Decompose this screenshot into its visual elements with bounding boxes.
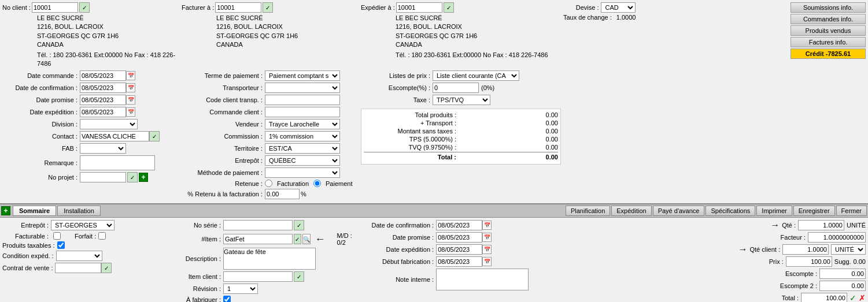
note-interne-input[interactable] bbox=[436, 269, 529, 290]
item-date-fabrication-calendar[interactable]: 📅 bbox=[482, 257, 492, 266]
commission-select[interactable]: 1% commission bbox=[265, 131, 340, 141]
credit-button[interactable]: Crédit -7825.61 bbox=[791, 49, 866, 59]
revision-select[interactable]: 1 bbox=[223, 284, 258, 294]
btn-fermer[interactable]: Fermer bbox=[836, 206, 867, 216]
contact-input[interactable] bbox=[80, 131, 149, 141]
item-date-confirmation-input[interactable] bbox=[436, 220, 482, 230]
date-expedition-input[interactable] bbox=[80, 107, 126, 117]
projet-input[interactable] bbox=[80, 172, 126, 182]
btn-enregistrer[interactable]: Enregistrer bbox=[793, 206, 835, 216]
no-serie-input[interactable] bbox=[223, 220, 293, 230]
add-line-button[interactable]: + bbox=[1, 206, 10, 215]
contrat-input[interactable] bbox=[55, 263, 101, 273]
btn-imprimer[interactable]: Imprimer bbox=[756, 206, 792, 216]
description-input[interactable]: Gateau de fête bbox=[223, 248, 316, 270]
devise-select[interactable]: CAD bbox=[601, 2, 636, 13]
escompte-input[interactable] bbox=[433, 83, 479, 93]
qte-input[interactable] bbox=[798, 220, 844, 230]
code-input[interactable] bbox=[265, 95, 340, 105]
total-item-input[interactable] bbox=[801, 293, 847, 302]
terme-row: Terme de paiement : Paiement comptant su… bbox=[182, 70, 359, 81]
btn-expedition[interactable]: Expédition bbox=[611, 206, 651, 216]
escompte-item-input[interactable] bbox=[819, 269, 866, 279]
contact-check-icon[interactable]: ✓ bbox=[149, 131, 160, 141]
item-date-expedition-calendar[interactable]: 📅 bbox=[482, 245, 492, 254]
item-save-check-icon[interactable]: ✓ bbox=[849, 293, 856, 302]
unite2-select[interactable]: UNITÉ bbox=[831, 244, 866, 255]
fabriquer-label: À fabriquer : bbox=[169, 296, 221, 302]
cmd-client-input[interactable] bbox=[265, 107, 340, 117]
forfait-checkbox[interactable] bbox=[98, 232, 106, 240]
date-commande-calendar[interactable]: 📅 bbox=[126, 71, 135, 80]
facteur-input[interactable] bbox=[808, 232, 866, 243]
total-row: Total : 0.00 bbox=[364, 154, 558, 161]
item-input[interactable] bbox=[223, 234, 293, 244]
client-no-input[interactable] bbox=[32, 2, 78, 13]
tab-sommaire[interactable]: Sommaire bbox=[13, 206, 56, 216]
produits-button[interactable]: Produits vendus bbox=[791, 25, 866, 36]
item-client-input[interactable] bbox=[223, 271, 293, 282]
btn-paye-avance[interactable]: Payé d'avance bbox=[653, 206, 705, 216]
pct-retenu-label: % Retenu à la facturation : bbox=[182, 191, 263, 197]
remarque-input[interactable] bbox=[80, 155, 155, 170]
item-cancel-x-icon[interactable]: ✗ bbox=[859, 293, 866, 302]
retenue-facturation-radio[interactable] bbox=[265, 180, 272, 187]
entrepot-select[interactable]: QUÉBEC bbox=[265, 155, 340, 166]
escompte2-input[interactable] bbox=[819, 281, 866, 291]
territoire-select[interactable]: EST/CA bbox=[265, 143, 340, 154]
item-date-expedition-input[interactable] bbox=[436, 244, 482, 255]
pct-symbol: % bbox=[301, 191, 306, 197]
total-value-final: 0.00 bbox=[523, 154, 558, 161]
facturer-check-icon[interactable]: ✓ bbox=[263, 2, 273, 13]
btn-specifications[interactable]: Spécifications bbox=[706, 206, 755, 216]
date-confirmation-input[interactable] bbox=[80, 83, 126, 93]
projet-add-icon[interactable]: + bbox=[139, 173, 148, 182]
item-date-promise-calendar[interactable]: 📅 bbox=[482, 233, 492, 242]
facturer-no-input[interactable] bbox=[215, 2, 261, 13]
commandes-button[interactable]: Commandes info. bbox=[791, 14, 866, 24]
date-promise-calendar[interactable]: 📅 bbox=[126, 95, 135, 105]
methode-select[interactable] bbox=[265, 167, 340, 178]
vendeur-select[interactable]: Trayce Larochelle bbox=[265, 119, 340, 129]
fabriquer-checkbox[interactable] bbox=[223, 296, 231, 302]
tab-installation[interactable]: Installation bbox=[57, 206, 101, 216]
listes-prix-select[interactable]: Liste client courante (CA bbox=[433, 70, 519, 81]
terme-select[interactable]: Paiement comptant sur bbox=[265, 70, 340, 81]
date-promise-input[interactable] bbox=[80, 95, 126, 105]
date-expedition-calendar[interactable]: 📅 bbox=[126, 107, 135, 117]
produits-taxables-checkbox[interactable] bbox=[57, 241, 65, 249]
entrepot-item-select[interactable]: ST-GEORGES bbox=[51, 220, 114, 230]
facturer-address: LE BEC SUCRÉ 1216, BOUL. LACROIX ST-GEOR… bbox=[216, 14, 359, 50]
item-date-promise-input[interactable] bbox=[436, 232, 482, 243]
client-check-icon[interactable]: ✓ bbox=[79, 2, 90, 13]
no-serie-check-icon[interactable]: ✓ bbox=[294, 220, 304, 230]
date-expedition-label: Date expédition : bbox=[2, 109, 77, 115]
total-sans-taxes-label: Montant sans taxes : bbox=[364, 128, 456, 135]
item-search-icon[interactable]: 🔍 bbox=[302, 234, 311, 244]
btn-planification[interactable]: Planification bbox=[566, 206, 610, 216]
transporteur-select[interactable] bbox=[265, 83, 340, 93]
taxe-select[interactable]: TPS/TVQ bbox=[433, 95, 490, 105]
contrat-check-icon[interactable]: ✓ bbox=[101, 263, 112, 273]
right-column: Devise : CAD Taux de change : 1.0000 Sou… bbox=[563, 2, 866, 68]
facturable-checkbox[interactable] bbox=[53, 232, 61, 240]
soumissions-button[interactable]: Soumissions info. bbox=[791, 2, 866, 13]
item-check-icon[interactable]: ✓ bbox=[294, 234, 301, 244]
projet-check-icon[interactable]: ✓ bbox=[127, 172, 138, 182]
qte-client-input[interactable] bbox=[782, 244, 829, 255]
expedier-no-input[interactable] bbox=[396, 2, 442, 13]
pct-retenu-input[interactable] bbox=[265, 189, 300, 199]
date-confirmation-calendar[interactable]: 📅 bbox=[126, 83, 135, 92]
division-select[interactable] bbox=[80, 119, 138, 129]
fab-select[interactable] bbox=[80, 143, 126, 154]
condition-select[interactable] bbox=[56, 251, 102, 261]
expedier-check-icon[interactable]: ✓ bbox=[444, 2, 454, 13]
item-client-check-icon[interactable]: ✓ bbox=[294, 271, 304, 282]
retenue-paiement-radio[interactable] bbox=[313, 180, 321, 187]
escompte2-row: Escompte 2 : bbox=[780, 281, 866, 291]
date-commande-input[interactable] bbox=[80, 70, 126, 81]
prix-input[interactable] bbox=[786, 256, 832, 267]
item-date-fabrication-input[interactable] bbox=[436, 256, 482, 267]
factures-button[interactable]: Factures info. bbox=[791, 37, 866, 47]
item-date-confirmation-calendar[interactable]: 📅 bbox=[482, 221, 492, 230]
